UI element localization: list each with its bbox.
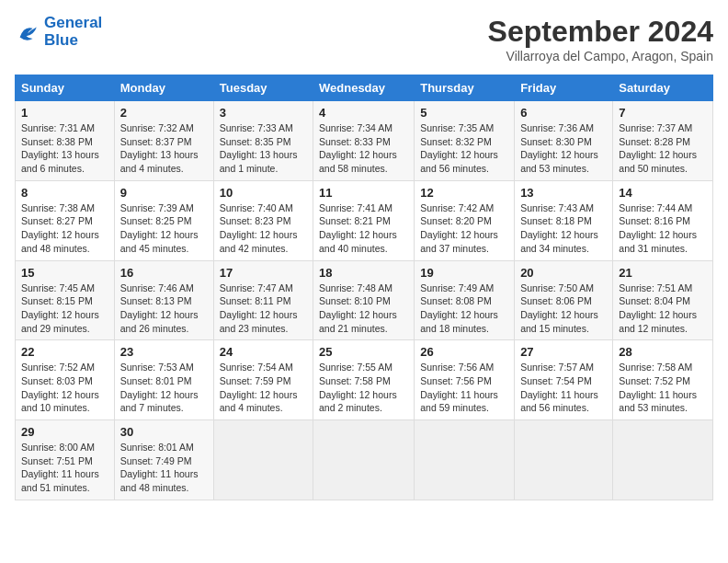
day-number: 30 — [120, 425, 208, 439]
day-info: Sunrise: 7:50 AM Sunset: 8:06 PM Dayligh… — [520, 282, 607, 336]
day-number: 14 — [619, 186, 707, 200]
calendar-day-cell: 6Sunrise: 7:36 AM Sunset: 8:30 PM Daylig… — [515, 101, 613, 181]
calendar-day-cell: 20Sunrise: 7:50 AM Sunset: 8:06 PM Dayli… — [515, 260, 613, 340]
day-info: Sunrise: 7:47 AM Sunset: 8:11 PM Dayligh… — [220, 282, 307, 336]
calendar-day-cell: 2Sunrise: 7:32 AM Sunset: 8:37 PM Daylig… — [114, 101, 213, 181]
calendar-day-cell: 11Sunrise: 7:41 AM Sunset: 8:21 PM Dayli… — [313, 180, 415, 260]
day-number: 15 — [21, 266, 108, 280]
day-info: Sunrise: 7:54 AM Sunset: 7:59 PM Dayligh… — [220, 361, 307, 415]
day-number: 20 — [520, 266, 607, 280]
day-number: 3 — [220, 106, 307, 120]
day-number: 13 — [520, 186, 607, 200]
weekday-header-cell: Wednesday — [313, 75, 415, 101]
calendar-day-cell: 5Sunrise: 7:35 AM Sunset: 8:32 PM Daylig… — [415, 101, 515, 181]
weekday-header-row: SundayMondayTuesdayWednesdayThursdayFrid… — [16, 75, 713, 101]
calendar-day-cell: 27Sunrise: 7:57 AM Sunset: 7:54 PM Dayli… — [515, 340, 613, 420]
calendar-week-row: 1Sunrise: 7:31 AM Sunset: 8:38 PM Daylig… — [16, 101, 713, 181]
day-number: 26 — [420, 345, 508, 359]
calendar-day-cell: 29Sunrise: 8:00 AM Sunset: 7:51 PM Dayli… — [16, 420, 115, 500]
day-info: Sunrise: 8:00 AM Sunset: 7:51 PM Dayligh… — [21, 441, 108, 495]
day-number: 27 — [520, 345, 607, 359]
calendar-day-cell: 19Sunrise: 7:49 AM Sunset: 8:08 PM Dayli… — [415, 260, 515, 340]
day-info: Sunrise: 7:51 AM Sunset: 8:04 PM Dayligh… — [619, 282, 707, 336]
calendar-day-cell: 8Sunrise: 7:38 AM Sunset: 8:27 PM Daylig… — [16, 180, 115, 260]
calendar-day-cell: 23Sunrise: 7:53 AM Sunset: 8:01 PM Dayli… — [114, 340, 213, 420]
day-number: 2 — [120, 106, 208, 120]
calendar-day-cell: 13Sunrise: 7:43 AM Sunset: 8:18 PM Dayli… — [515, 180, 613, 260]
calendar-day-cell: 10Sunrise: 7:40 AM Sunset: 8:23 PM Dayli… — [213, 180, 313, 260]
weekday-header-cell: Monday — [114, 75, 213, 101]
day-number: 12 — [420, 186, 508, 200]
calendar-week-row: 15Sunrise: 7:45 AM Sunset: 8:15 PM Dayli… — [16, 260, 713, 340]
logo-text: General Blue — [44, 15, 102, 49]
calendar-day-cell: 30Sunrise: 8:01 AM Sunset: 7:49 PM Dayli… — [114, 420, 213, 500]
calendar-day-cell: 28Sunrise: 7:58 AM Sunset: 7:52 PM Dayli… — [613, 340, 713, 420]
day-info: Sunrise: 7:48 AM Sunset: 8:10 PM Dayligh… — [319, 282, 408, 336]
day-info: Sunrise: 7:53 AM Sunset: 8:01 PM Dayligh… — [120, 361, 208, 415]
calendar-day-cell: 26Sunrise: 7:56 AM Sunset: 7:56 PM Dayli… — [415, 340, 515, 420]
calendar-body: 1Sunrise: 7:31 AM Sunset: 8:38 PM Daylig… — [16, 101, 713, 500]
calendar-day-cell: 14Sunrise: 7:44 AM Sunset: 8:16 PM Dayli… — [613, 180, 713, 260]
calendar-table: SundayMondayTuesdayWednesdayThursdayFrid… — [15, 75, 713, 500]
day-info: Sunrise: 7:34 AM Sunset: 8:33 PM Dayligh… — [319, 121, 408, 176]
day-info: Sunrise: 7:39 AM Sunset: 8:25 PM Dayligh… — [120, 201, 208, 256]
day-number: 19 — [420, 266, 508, 280]
day-info: Sunrise: 8:01 AM Sunset: 7:49 PM Dayligh… — [120, 441, 208, 495]
calendar-day-cell: 7Sunrise: 7:37 AM Sunset: 8:28 PM Daylig… — [613, 101, 713, 181]
location: Villarroya del Campo, Aragon, Spain — [488, 49, 713, 63]
weekday-header-cell: Saturday — [613, 75, 713, 101]
calendar-week-row: 22Sunrise: 7:52 AM Sunset: 8:03 PM Dayli… — [16, 340, 713, 420]
day-number: 9 — [120, 186, 208, 200]
day-info: Sunrise: 7:32 AM Sunset: 8:37 PM Dayligh… — [120, 121, 208, 176]
weekday-header-cell: Thursday — [415, 75, 515, 101]
day-info: Sunrise: 7:38 AM Sunset: 8:27 PM Dayligh… — [21, 201, 108, 256]
calendar-day-cell — [415, 420, 515, 500]
day-info: Sunrise: 7:36 AM Sunset: 8:30 PM Dayligh… — [520, 121, 607, 176]
day-number: 5 — [420, 106, 508, 120]
day-info: Sunrise: 7:42 AM Sunset: 8:20 PM Dayligh… — [420, 201, 508, 256]
day-info: Sunrise: 7:46 AM Sunset: 8:13 PM Dayligh… — [120, 282, 208, 336]
weekday-header-cell: Friday — [515, 75, 613, 101]
calendar-day-cell — [313, 420, 415, 500]
calendar-day-cell: 17Sunrise: 7:47 AM Sunset: 8:11 PM Dayli… — [213, 260, 313, 340]
calendar-week-row: 29Sunrise: 8:00 AM Sunset: 7:51 PM Dayli… — [16, 420, 713, 500]
day-number: 23 — [120, 345, 208, 359]
title-block: September 2024 Villarroya del Campo, Ara… — [488, 15, 713, 63]
day-number: 21 — [619, 266, 707, 280]
weekday-header-cell: Tuesday — [213, 75, 313, 101]
calendar-day-cell: 15Sunrise: 7:45 AM Sunset: 8:15 PM Dayli… — [16, 260, 115, 340]
day-number: 28 — [619, 345, 707, 359]
day-number: 10 — [220, 186, 307, 200]
calendar-day-cell: 1Sunrise: 7:31 AM Sunset: 8:38 PM Daylig… — [16, 101, 115, 181]
day-info: Sunrise: 7:40 AM Sunset: 8:23 PM Dayligh… — [220, 201, 307, 256]
day-number: 4 — [319, 106, 408, 120]
day-info: Sunrise: 7:41 AM Sunset: 8:21 PM Dayligh… — [319, 201, 408, 256]
calendar-day-cell: 12Sunrise: 7:42 AM Sunset: 8:20 PM Dayli… — [415, 180, 515, 260]
day-info: Sunrise: 7:33 AM Sunset: 8:35 PM Dayligh… — [220, 121, 307, 176]
calendar-day-cell: 9Sunrise: 7:39 AM Sunset: 8:25 PM Daylig… — [114, 180, 213, 260]
logo: General Blue — [15, 15, 102, 49]
calendar-day-cell: 24Sunrise: 7:54 AM Sunset: 7:59 PM Dayli… — [213, 340, 313, 420]
day-info: Sunrise: 7:57 AM Sunset: 7:54 PM Dayligh… — [520, 361, 607, 415]
calendar-day-cell: 3Sunrise: 7:33 AM Sunset: 8:35 PM Daylig… — [213, 101, 313, 181]
day-number: 18 — [319, 266, 408, 280]
calendar-day-cell: 25Sunrise: 7:55 AM Sunset: 7:58 PM Dayli… — [313, 340, 415, 420]
day-number: 6 — [520, 106, 607, 120]
day-info: Sunrise: 7:44 AM Sunset: 8:16 PM Dayligh… — [619, 201, 707, 256]
day-number: 16 — [120, 266, 208, 280]
calendar-day-cell: 22Sunrise: 7:52 AM Sunset: 8:03 PM Dayli… — [16, 340, 115, 420]
day-number: 17 — [220, 266, 307, 280]
day-number: 24 — [220, 345, 307, 359]
day-info: Sunrise: 7:31 AM Sunset: 8:38 PM Dayligh… — [21, 121, 108, 176]
day-info: Sunrise: 7:49 AM Sunset: 8:08 PM Dayligh… — [420, 282, 508, 336]
calendar-day-cell: 21Sunrise: 7:51 AM Sunset: 8:04 PM Dayli… — [613, 260, 713, 340]
day-number: 22 — [21, 345, 108, 359]
day-info: Sunrise: 7:56 AM Sunset: 7:56 PM Dayligh… — [420, 361, 508, 415]
calendar-week-row: 8Sunrise: 7:38 AM Sunset: 8:27 PM Daylig… — [16, 180, 713, 260]
month-title: September 2024 — [488, 15, 713, 49]
day-info: Sunrise: 7:58 AM Sunset: 7:52 PM Dayligh… — [619, 361, 707, 415]
calendar-day-cell: 18Sunrise: 7:48 AM Sunset: 8:10 PM Dayli… — [313, 260, 415, 340]
calendar-day-cell — [213, 420, 313, 500]
day-info: Sunrise: 7:45 AM Sunset: 8:15 PM Dayligh… — [21, 282, 108, 336]
calendar-day-cell — [613, 420, 713, 500]
